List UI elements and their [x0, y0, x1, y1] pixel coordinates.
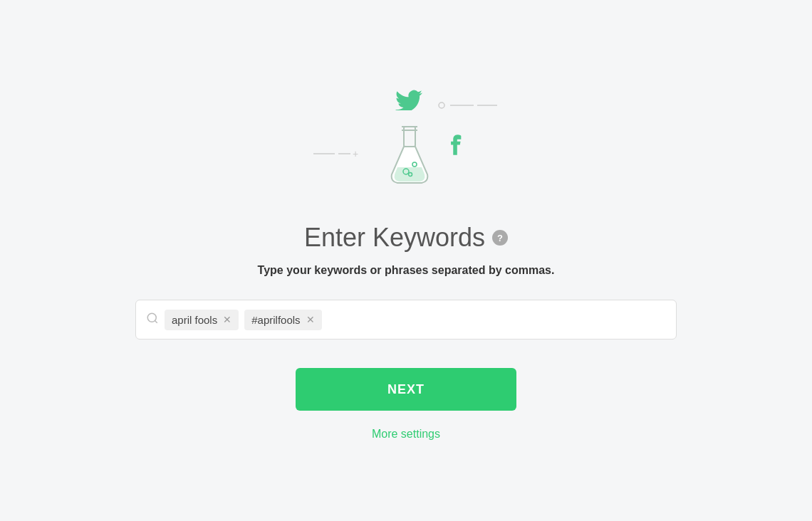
illustration: +: [292, 80, 520, 209]
keyword-tag-text-2: #aprilfools: [251, 314, 300, 326]
deco-lines-top-right: [434, 98, 499, 112]
svg-line-13: [155, 320, 157, 322]
keyword-text-input[interactable]: [328, 314, 356, 326]
search-icon: [146, 312, 159, 328]
svg-point-12: [147, 313, 156, 322]
more-settings-link[interactable]: More settings: [372, 428, 440, 441]
deco-lines-bottom-left: +: [313, 148, 370, 159]
subtitle-text: Type your keywords or phrases separated …: [258, 264, 555, 277]
keyword-tag-april-fools: april fools ✕: [165, 310, 239, 330]
next-button[interactable]: NEXT: [296, 368, 516, 411]
page-container: +: [0, 66, 812, 455]
flask-icon: [385, 123, 434, 190]
remove-keyword-aprilfools[interactable]: ✕: [306, 315, 315, 325]
keyword-input-area[interactable]: april fools ✕ #aprilfools ✕: [135, 300, 677, 340]
keyword-tag-text: april fools: [172, 314, 217, 326]
twitter-icon: [395, 88, 422, 116]
page-title: Enter Keywords ?: [304, 223, 508, 253]
remove-keyword-april-fools[interactable]: ✕: [223, 315, 231, 325]
title-text: Enter Keywords: [304, 223, 485, 253]
svg-text:+: +: [353, 148, 358, 159]
facebook-icon: [449, 130, 464, 162]
help-icon[interactable]: ?: [492, 230, 508, 246]
svg-point-0: [439, 102, 444, 108]
keyword-tag-aprilfools: #aprilfools ✕: [244, 310, 321, 330]
